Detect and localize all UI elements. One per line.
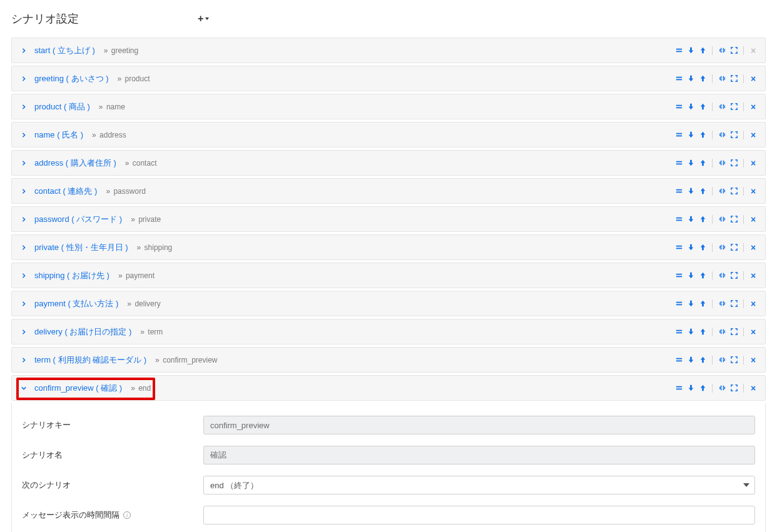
drag-handle-icon[interactable] [674,46,683,55]
expand-icon[interactable] [729,131,738,139]
scenario-label[interactable]: greeting ( あいさつ ) [34,73,108,84]
scenario-label[interactable]: confirm_preview ( 確認 ) [34,383,122,394]
expand-icon[interactable] [729,103,738,111]
chevron-right-icon[interactable] [19,74,28,83]
input-message-interval[interactable] [203,506,755,524]
expand-icon[interactable] [729,187,738,196]
select-next-scenario[interactable]: end （終了） [203,476,755,494]
move-up-icon[interactable] [698,271,707,280]
move-up-icon[interactable] [698,299,707,308]
drag-handle-icon[interactable] [674,243,683,252]
chevron-right-icon[interactable] [19,46,28,55]
chevron-right-icon[interactable] [19,159,28,168]
scenario-label[interactable]: private ( 性別・生年月日 ) [34,242,128,253]
collapse-icon[interactable] [718,159,726,168]
expand-icon[interactable] [729,328,738,336]
chevron-right-icon[interactable] [19,215,28,224]
chevron-down-icon[interactable] [19,384,28,393]
scenario-label[interactable]: delivery ( お届け日の指定 ) [34,326,131,338]
collapse-icon[interactable] [718,215,726,224]
expand-icon[interactable] [729,243,738,252]
chevron-right-icon[interactable] [19,299,28,308]
scenario-label[interactable]: term ( 利用規約 確認モーダル ) [34,354,146,366]
drag-handle-icon[interactable] [674,271,683,280]
move-up-icon[interactable] [698,103,707,111]
move-up-icon[interactable] [698,243,707,252]
expand-icon[interactable] [729,299,738,308]
scenario-label[interactable]: payment ( 支払い方法 ) [34,298,118,309]
move-up-icon[interactable] [698,159,707,168]
move-down-icon[interactable] [686,271,695,280]
chevron-right-icon[interactable] [19,187,28,196]
expand-icon[interactable] [729,159,738,168]
drag-handle-icon[interactable] [674,328,683,336]
close-icon[interactable]: × [749,215,758,224]
drag-handle-icon[interactable] [674,187,683,196]
expand-icon[interactable] [729,215,738,224]
move-down-icon[interactable] [686,328,695,336]
move-down-icon[interactable] [686,356,695,364]
move-down-icon[interactable] [686,103,695,111]
collapse-icon[interactable] [718,243,726,252]
chevron-right-icon[interactable] [19,103,28,111]
move-down-icon[interactable] [686,46,695,55]
collapse-icon[interactable] [718,131,726,139]
scenario-label[interactable]: password ( パスワード ) [34,214,122,225]
move-down-icon[interactable] [686,187,695,196]
expand-icon[interactable] [729,384,738,393]
drag-handle-icon[interactable] [674,356,683,364]
scenario-label[interactable]: contact ( 連絡先 ) [34,186,97,197]
move-down-icon[interactable] [686,159,695,168]
drag-handle-icon[interactable] [674,159,683,168]
close-icon[interactable]: × [749,187,758,196]
drag-handle-icon[interactable] [674,74,683,83]
help-icon[interactable]: i [123,511,131,519]
chevron-right-icon[interactable] [19,356,28,364]
close-icon[interactable]: × [749,299,758,308]
move-down-icon[interactable] [686,384,695,393]
drag-handle-icon[interactable] [674,384,683,393]
drag-handle-icon[interactable] [674,103,683,111]
close-icon[interactable]: × [749,328,758,336]
chevron-right-icon[interactable] [19,271,28,280]
drag-handle-icon[interactable] [674,131,683,139]
move-up-icon[interactable] [698,74,707,83]
drag-handle-icon[interactable] [674,215,683,224]
move-up-icon[interactable] [698,215,707,224]
move-up-icon[interactable] [698,328,707,336]
expand-icon[interactable] [729,271,738,280]
close-icon[interactable]: × [749,243,758,252]
close-icon[interactable]: × [749,74,758,83]
collapse-icon[interactable] [718,187,726,196]
move-up-icon[interactable] [698,187,707,196]
move-down-icon[interactable] [686,299,695,308]
collapse-icon[interactable] [718,328,726,336]
add-scenario-button[interactable]: + [198,13,209,24]
move-up-icon[interactable] [698,384,707,393]
close-icon[interactable]: × [749,103,758,111]
collapse-icon[interactable] [718,103,726,111]
close-icon[interactable]: × [749,384,758,393]
collapse-icon[interactable] [718,299,726,308]
chevron-right-icon[interactable] [19,243,28,252]
collapse-icon[interactable] [718,74,726,83]
expand-icon[interactable] [729,74,738,83]
move-down-icon[interactable] [686,131,695,139]
expand-icon[interactable] [729,356,738,364]
collapse-icon[interactable] [718,384,726,393]
close-icon[interactable]: × [749,356,758,364]
move-down-icon[interactable] [686,74,695,83]
close-icon[interactable]: × [749,131,758,139]
move-down-icon[interactable] [686,215,695,224]
scenario-label[interactable]: start ( 立ち上げ ) [34,45,95,56]
drag-handle-icon[interactable] [674,299,683,308]
chevron-right-icon[interactable] [19,131,28,139]
move-up-icon[interactable] [698,46,707,55]
collapse-icon[interactable] [718,46,726,55]
close-icon[interactable]: × [749,271,758,280]
scenario-label[interactable]: name ( 氏名 ) [34,129,83,141]
move-up-icon[interactable] [698,131,707,139]
collapse-icon[interactable] [718,356,726,364]
scenario-label[interactable]: address ( 購入者住所 ) [34,158,116,169]
close-icon[interactable]: × [749,159,758,168]
